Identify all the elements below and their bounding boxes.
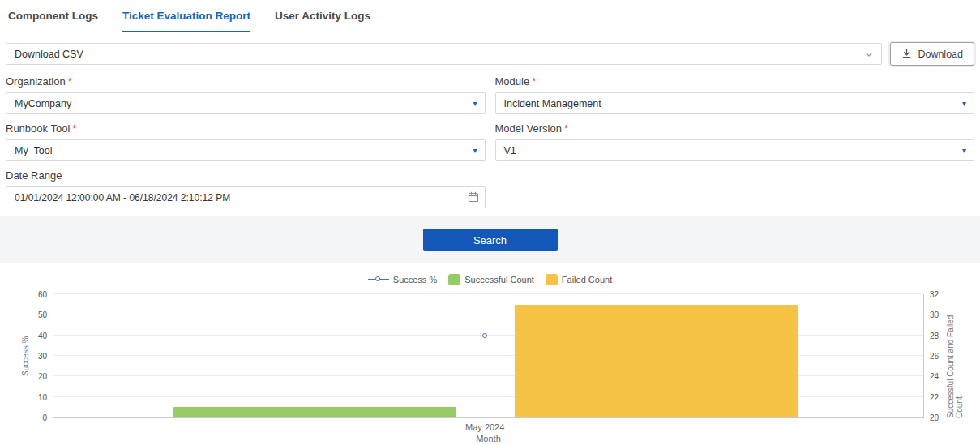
date-range-label: Date Range xyxy=(6,169,486,182)
x-tick-label: May 2024 xyxy=(465,422,504,432)
y-tick-label: 24 xyxy=(930,372,939,381)
y-tick-label: 10 xyxy=(38,392,47,401)
yellow-swatch-icon xyxy=(546,274,558,285)
download-button-label: Download xyxy=(918,49,963,60)
y-tick-label: 32 xyxy=(930,290,939,299)
export-format-select[interactable]: Download CSV xyxy=(6,43,882,65)
legend-item-successful-count[interactable]: Successful Count xyxy=(448,274,534,285)
organization-field: Organization* MyCompany ▾ xyxy=(6,75,486,114)
y-tick-label: 26 xyxy=(930,352,939,361)
search-button[interactable]: Search xyxy=(423,229,558,251)
runbook-tool-value: My_Tool xyxy=(15,145,53,156)
y-tick-label: 30 xyxy=(930,310,939,319)
module-select[interactable]: Incident Management ▾ xyxy=(495,92,975,114)
bar-successful-count xyxy=(173,407,456,417)
model-version-field: Model Version* V1 ▾ xyxy=(495,122,975,161)
y-tick-label: 20 xyxy=(930,413,939,422)
legend-item-success-pct[interactable]: Success % xyxy=(368,275,437,285)
green-swatch-icon xyxy=(448,274,460,285)
date-range-field: Date Range xyxy=(6,169,486,208)
export-format-value: Download CSV xyxy=(15,49,83,60)
plot-area: 0102030405060 20222426283032 May 2024 Mo… xyxy=(53,294,924,418)
model-version-select[interactable]: V1 ▾ xyxy=(495,139,975,161)
organization-select[interactable]: MyCompany ▾ xyxy=(6,92,486,114)
right-axis-ticks: 20222426283032 xyxy=(923,294,951,417)
tab-bar: Component Logs Ticket Evaluation Report … xyxy=(0,0,980,32)
y-tick-label: 20 xyxy=(38,372,47,381)
y-tick-label: 60 xyxy=(38,290,47,299)
module-value: Incident Management xyxy=(504,98,601,109)
module-field: Module* Incident Management ▾ xyxy=(495,75,975,114)
bar-failed-count xyxy=(515,305,798,417)
left-axis-ticks: 0102030405060 xyxy=(26,294,53,417)
search-band: Search xyxy=(0,216,980,263)
filters-panel: Component Logs Ticket Evaluation Report … xyxy=(0,0,980,216)
model-version-label: Model Version* xyxy=(495,122,975,135)
y-tick-label: 40 xyxy=(38,331,47,340)
legend-label: Successful Count xyxy=(464,275,534,285)
required-mark: * xyxy=(68,75,72,88)
legend-label: Failed Count xyxy=(562,275,612,285)
x-axis-title: Month xyxy=(476,434,501,443)
chevron-down-icon xyxy=(864,49,874,59)
organization-value: MyCompany xyxy=(15,98,71,109)
tab-component-logs[interactable]: Component Logs xyxy=(8,0,98,32)
line-marker-icon xyxy=(368,276,389,284)
required-mark: * xyxy=(532,75,536,88)
y-tick-label: 50 xyxy=(38,310,47,319)
runbook-tool-select[interactable]: My_Tool ▾ xyxy=(6,139,486,161)
runbook-tool-field: Runbook Tool* My_Tool ▾ xyxy=(6,122,486,161)
date-range-input[interactable] xyxy=(6,186,486,208)
y-tick-label: 28 xyxy=(930,331,939,340)
organization-label: Organization* xyxy=(6,75,486,88)
tab-ticket-evaluation-report[interactable]: Ticket Evaluation Report xyxy=(122,0,250,32)
legend-label: Success % xyxy=(393,275,437,285)
y-tick-label: 0 xyxy=(42,413,47,422)
tab-user-activity-logs[interactable]: User Activity Logs xyxy=(275,0,370,32)
y-tick-label: 30 xyxy=(38,352,47,361)
download-button[interactable]: Download xyxy=(890,42,974,66)
module-label: Module* xyxy=(495,75,975,88)
line-point-success- xyxy=(482,333,487,338)
runbook-tool-label: Runbook Tool* xyxy=(6,122,486,135)
model-version-value: V1 xyxy=(504,145,516,156)
required-mark: * xyxy=(564,122,568,135)
calendar-icon[interactable] xyxy=(468,191,479,203)
gridline xyxy=(53,293,923,294)
chart-legend: Success % Successful Count Failed Count xyxy=(0,273,980,286)
required-mark: * xyxy=(72,122,76,135)
chart-panel: Success % Successful Count Failed Count … xyxy=(0,263,980,445)
y-tick-label: 22 xyxy=(930,392,939,401)
download-icon xyxy=(901,48,912,61)
legend-item-failed-count[interactable]: Failed Count xyxy=(546,274,612,285)
